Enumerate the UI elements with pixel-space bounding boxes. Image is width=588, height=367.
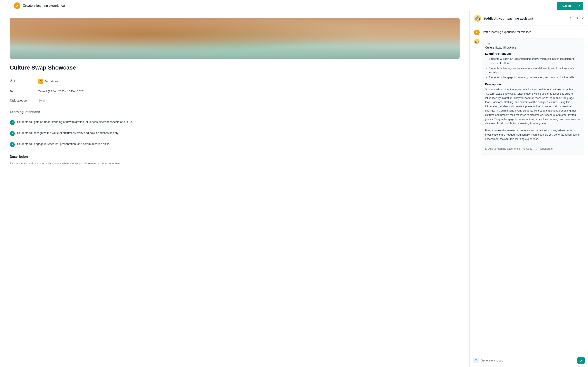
- ai-send-button[interactable]: ➤: [577, 357, 585, 364]
- close-icon[interactable]: ✕: [581, 17, 584, 20]
- unit-icon: 🗺: [38, 79, 43, 84]
- meta-grid: Unit 🗺 Migrations Term Term 1 (28 Jun 20…: [10, 76, 459, 105]
- experience-title: Culture Swap Showcase: [10, 64, 459, 71]
- ai-input-field[interactable]: [481, 359, 575, 362]
- task-category-label: Task category: [10, 96, 38, 105]
- add-to-experience-button[interactable]: ⊞ Add to learning experience: [485, 146, 520, 151]
- audio-icon[interactable]: 🎙: [569, 17, 572, 20]
- description-subtitle: This description will be shared with stu…: [10, 162, 459, 165]
- ai-response: 🤖 Title Culture Swap Showcase Learning I…: [474, 39, 584, 155]
- description-ai-heading: Description: [485, 83, 580, 86]
- ai-response-content: Title Culture Swap Showcase Learning Int…: [482, 39, 584, 155]
- item-number-3: 3: [10, 142, 15, 147]
- response-title-label: Title: [485, 42, 580, 45]
- header-left: ← A Create a learning experience: [5, 2, 65, 9]
- learning-item-2: 2 Students will recognize the value of c…: [10, 128, 459, 139]
- ai-input-area: 📋 ➤: [470, 354, 588, 367]
- response-title-value: Culture Swap Showcase: [485, 46, 580, 49]
- user-chat-avatar: A: [474, 30, 480, 35]
- learning-item-3-text: Students will engage in research, presen…: [17, 142, 110, 146]
- regenerate-button[interactable]: ↺ Regenerate: [536, 146, 553, 151]
- ai-panel: 🤖 Toddle AI, your teaching assistant 🎙 ↺…: [470, 11, 588, 367]
- ai-learning-intentions-list: Students will gain an understanding of h…: [485, 57, 580, 80]
- user-avatar: A: [14, 2, 20, 9]
- learning-item-3: 3 Students will engage in research, pres…: [10, 139, 459, 150]
- learning-intentions-ai-heading: Learning Intentions: [485, 52, 580, 55]
- ai-chat-area: A Draft a learning experience for this i…: [470, 25, 588, 354]
- copy-button[interactable]: ⧉ Copy: [523, 146, 532, 151]
- user-msg-text: Draft a learning experience for this ide…: [482, 30, 531, 34]
- term-value: Term 1 (28 Jun 2023 - 15 Dec 2023): [38, 87, 459, 96]
- top-header: ← A Create a learning experience Assign …: [0, 0, 588, 11]
- task-category-select[interactable]: Select: [38, 96, 459, 105]
- unit-text: Migrations: [45, 80, 58, 83]
- add-icon: ⊞: [485, 147, 487, 150]
- description-section: Description This description will be sha…: [10, 155, 459, 165]
- back-button[interactable]: ←: [5, 2, 11, 9]
- regenerate-icon: ↺: [536, 147, 538, 150]
- description-heading: Description: [10, 155, 459, 159]
- unit-value[interactable]: 🗺 Migrations: [38, 76, 459, 87]
- chevron-down-icon: ▾: [579, 4, 580, 7]
- item-number-1: 1: [10, 120, 15, 125]
- ai-name: Toddle AI, your teaching assistant: [484, 17, 533, 20]
- main-area: Culture Swap Showcase Unit 🗺 Migrations …: [0, 11, 588, 367]
- learning-item: 1 Students will gain an understanding of…: [10, 117, 459, 128]
- user-message: A Draft a learning experience for this i…: [474, 30, 584, 35]
- ai-avatar: 🤖: [474, 15, 481, 22]
- page-title: Create a learning experience: [23, 4, 65, 8]
- ai-li-2: Students will recognize the value of cul…: [489, 66, 580, 75]
- refresh-icon[interactable]: ↺: [575, 17, 578, 20]
- assign-button[interactable]: Assign: [557, 2, 576, 10]
- ai-li-1: Students will gain an understanding of h…: [489, 57, 580, 66]
- unit-label: Unit: [10, 76, 38, 87]
- learning-item-2-text: Students will recognize the value of cul…: [17, 131, 119, 135]
- learning-item-1-text: Students will gain an understanding of h…: [17, 120, 133, 124]
- back-icon: ←: [7, 4, 9, 7]
- hero-image: [10, 18, 459, 59]
- ai-response-avatar: 🤖: [474, 39, 480, 44]
- ai-description-text: Students will explore the impact of migr…: [485, 87, 580, 125]
- ai-title-area: 🤖 Toddle AI, your teaching assistant: [474, 15, 533, 22]
- send-icon: ➤: [580, 359, 582, 363]
- ai-response-actions: ⊞ Add to learning experience ⧉ Copy ↺ Re…: [485, 144, 580, 151]
- ai-closing-text: Please review the learning experience an…: [485, 128, 580, 141]
- ai-header-actions: 🎙 ↺ ✕: [569, 17, 584, 20]
- ai-li-3: Students will engage in research, presen…: [489, 75, 580, 80]
- item-number-2: 2: [10, 131, 15, 136]
- left-panel: Culture Swap Showcase Unit 🗺 Migrations …: [0, 11, 470, 367]
- ai-input-icon: 📋: [473, 358, 479, 363]
- ai-header: 🤖 Toddle AI, your teaching assistant 🎙 ↺…: [470, 11, 588, 25]
- assign-dropdown-button[interactable]: ▾: [576, 2, 583, 10]
- term-label: Term: [10, 87, 38, 96]
- assign-btn-group: Assign ▾: [557, 2, 583, 10]
- learning-intentions-heading: Learning intentions: [10, 110, 459, 114]
- copy-icon: ⧉: [523, 147, 525, 150]
